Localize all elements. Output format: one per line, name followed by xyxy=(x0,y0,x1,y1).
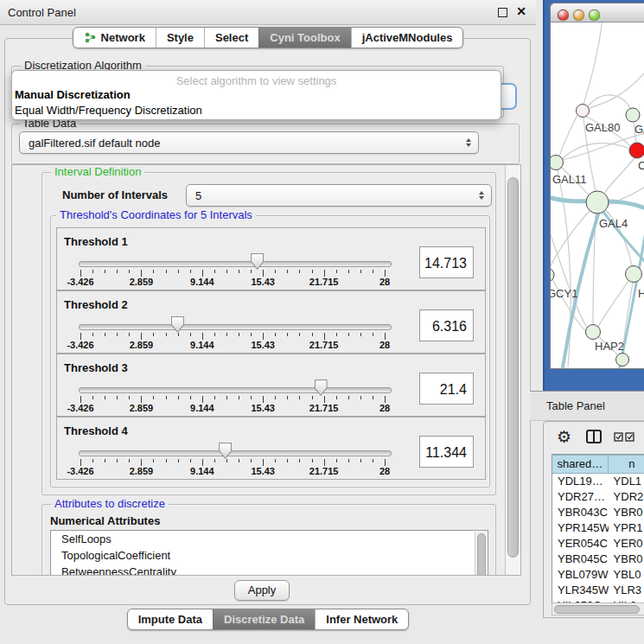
attribute-item[interactable]: TopologicalCoefficient xyxy=(51,547,488,564)
table-scrollbar-thumb[interactable] xyxy=(554,605,640,614)
network-node[interactable] xyxy=(551,268,554,282)
network-node[interactable] xyxy=(616,354,629,367)
attribute-item[interactable]: BetweennessCentrality xyxy=(51,564,488,576)
threshold-slider-track[interactable] xyxy=(79,450,392,456)
tab-select[interactable]: Select xyxy=(204,28,258,48)
threshold-slider-track[interactable] xyxy=(79,387,392,393)
settings-scrollbar-thumb[interactable] xyxy=(507,177,519,558)
tick-mark xyxy=(129,270,130,273)
column-header[interactable]: n xyxy=(609,455,644,474)
table-row[interactable]: YBL079WYBL0 xyxy=(552,567,644,583)
network-node[interactable] xyxy=(551,156,564,170)
minimize-traffic-light-icon[interactable] xyxy=(573,10,584,21)
tick-mark xyxy=(226,396,227,399)
tab-label: Style xyxy=(167,31,194,44)
threshold-value-field[interactable]: 14.713 xyxy=(419,246,474,278)
network-icon xyxy=(84,32,96,43)
tab-infer-network[interactable]: Infer Network xyxy=(315,609,408,629)
tick-mark xyxy=(312,396,313,399)
network-node[interactable] xyxy=(577,105,590,118)
settings-scroll-viewport: Interval Definition Number of Intervals … xyxy=(11,164,521,576)
tick-label: 28 xyxy=(360,403,409,413)
threshold-slider-track[interactable] xyxy=(79,324,392,330)
columns-icon[interactable] xyxy=(586,430,602,443)
table-row[interactable]: YLR345WYLR3 xyxy=(552,583,644,598)
threshold-panel: Threshold 2-3.4262.8599.14415.4321.71528… xyxy=(56,290,486,354)
table-panel-title: Table Panel xyxy=(546,399,605,412)
table-horizontal-scrollbar[interactable] xyxy=(552,603,644,615)
attribute-item[interactable]: SelfLoops xyxy=(51,531,488,547)
numerical-attributes-list[interactable]: SelfLoopsTopologicalCoefficientBetweenne… xyxy=(50,530,488,576)
thresholds-groupbox: Threshold 1-3.4262.8599.14415.4321.71528… xyxy=(50,215,490,488)
tick-mark xyxy=(166,333,167,336)
apply-button[interactable]: Apply xyxy=(234,580,290,601)
table-cell: YBR0 xyxy=(609,552,644,567)
tab-impute-data[interactable]: Impute Data xyxy=(128,609,213,629)
checkbox-icon[interactable] xyxy=(625,432,634,442)
tick-mark xyxy=(80,396,81,403)
tick-mark xyxy=(105,459,105,462)
tab-label: Cyni Toolbox xyxy=(270,31,340,44)
table-row[interactable]: YBR045CYBR0 xyxy=(552,552,644,567)
table-row[interactable]: YDL19…YDL1 xyxy=(552,474,644,489)
network-node[interactable] xyxy=(629,143,644,158)
threshold-label: Threshold 3 xyxy=(64,361,128,374)
network-node[interactable] xyxy=(626,108,640,122)
tab-cyni-toolbox[interactable]: Cyni Toolbox xyxy=(258,28,350,48)
tick-mark xyxy=(190,396,191,399)
tab-style[interactable]: Style xyxy=(156,28,204,48)
tick-label: 21.715 xyxy=(300,277,348,287)
threshold-slider-track[interactable] xyxy=(79,261,392,267)
table-row[interactable]: YPR145WYPR1 xyxy=(552,520,644,536)
tick-mark xyxy=(105,396,105,399)
network-node-label: H xyxy=(638,287,644,300)
tick-mark xyxy=(360,396,361,399)
threshold-value-field[interactable]: 11.344 xyxy=(419,436,474,468)
table-cell: YDL19… xyxy=(552,474,609,489)
threshold-slider-thumb[interactable] xyxy=(171,316,184,333)
tick-mark xyxy=(251,270,252,273)
tick-mark xyxy=(153,396,154,399)
tick-mark xyxy=(287,396,288,399)
tick-mark xyxy=(336,333,337,336)
tick-mark xyxy=(129,333,130,336)
tick-mark xyxy=(239,396,239,399)
network-node[interactable] xyxy=(586,191,609,214)
tick-mark xyxy=(214,396,215,399)
float-icon[interactable] xyxy=(498,8,507,17)
network-canvas[interactable]: GAL80GAGAL11CGAL4GCY1HHAP2 xyxy=(551,22,644,368)
table-cell: YPR145W xyxy=(552,520,609,536)
tab-network[interactable]: Network xyxy=(73,28,156,48)
table-row[interactable]: YER054CYER0 xyxy=(552,536,644,552)
network-node[interactable] xyxy=(586,325,601,340)
threshold-slider-thumb[interactable] xyxy=(251,253,264,270)
settings-vertical-scrollbar[interactable] xyxy=(505,165,520,575)
threshold-value-field[interactable]: 21.4 xyxy=(419,373,474,405)
list-scrollbar[interactable] xyxy=(475,532,487,576)
table-row[interactable]: YBR043CYBR0 xyxy=(552,505,644,520)
algorithm-option-equal-width-frequency-discretization[interactable]: Equal Width/Frequency Discretization xyxy=(12,103,501,118)
tick-mark xyxy=(385,459,386,466)
tab-jactivemnodules[interactable]: jActiveMNodules xyxy=(351,28,463,48)
zoom-traffic-light-icon[interactable] xyxy=(589,10,600,21)
close-traffic-light-icon[interactable] xyxy=(558,10,569,21)
list-scrollbar-thumb[interactable] xyxy=(477,533,486,576)
threshold-slider-thumb[interactable] xyxy=(219,443,232,459)
threshold-value-field[interactable]: 6.316 xyxy=(419,309,474,341)
column-header[interactable]: shared… xyxy=(552,455,609,474)
tab-discretize-data[interactable]: Discretize Data xyxy=(213,609,315,629)
algorithm-option-manual-discretization[interactable]: Manual Discretization xyxy=(12,87,501,103)
gear-icon[interactable]: ⚙ xyxy=(557,427,571,447)
network-node[interactable] xyxy=(626,266,642,283)
threshold-panel: Threshold 1-3.4262.8599.14415.4321.71528… xyxy=(56,227,486,290)
table-row[interactable]: YDR27…YDR2 xyxy=(552,489,644,505)
close-icon[interactable]: ✕ xyxy=(516,4,526,18)
tick-mark xyxy=(275,396,276,399)
threshold-slider-thumb[interactable] xyxy=(315,379,328,396)
checkbox-icon[interactable] xyxy=(614,432,623,442)
table-data-combo[interactable]: galFiltered.sif default node xyxy=(19,131,479,154)
table-cell: YER054C xyxy=(552,536,609,552)
tick-mark xyxy=(239,459,239,462)
threshold-label: Threshold 1 xyxy=(64,235,128,248)
number-of-intervals-combo[interactable]: 5 xyxy=(186,184,492,207)
